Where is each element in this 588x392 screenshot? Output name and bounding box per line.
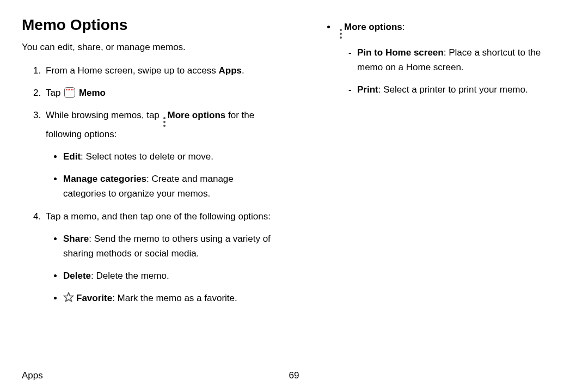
step-1: From a Home screen, swipe up to access A… — [44, 63, 278, 78]
sub-delete-desc: : Delete the memo. — [91, 271, 169, 281]
right-more-post: : — [402, 22, 405, 32]
step-1-pre: From a Home screen, swipe up to access — [46, 65, 218, 76]
step-4-sublist: Share: Send the memo to others using a v… — [46, 231, 278, 308]
right-pin: Pin to Home screen: Place a shortcut to … — [348, 45, 566, 75]
more-options-icon — [340, 29, 342, 39]
svg-marker-0 — [64, 293, 74, 302]
right-more-bold: More options — [344, 22, 402, 32]
step-1-post: . — [242, 65, 244, 76]
step-2-pre: Tap — [46, 88, 63, 98]
footer-page-number: 69 — [289, 370, 299, 381]
right-print-bold: Print — [357, 84, 378, 95]
sub-share-bold: Share — [63, 234, 89, 244]
right-print: Print: Select a printer to print your me… — [348, 82, 566, 97]
memo-icon — [64, 87, 75, 98]
step-3-sublist: Edit: Select notes to delete or move. Ma… — [46, 149, 278, 201]
step-3-bold: More options — [168, 110, 226, 120]
star-icon — [63, 292, 74, 307]
sub-favorite-desc: : Mark the memo as a favorite. — [112, 293, 237, 303]
sub-share: Share: Send the memo to others using a v… — [63, 231, 278, 261]
right-list: More options: Pin to Home screen: Place … — [310, 20, 566, 97]
right-print-desc: : Select a printer to print your memo. — [378, 84, 528, 95]
step-2: Tap Memo — [44, 85, 278, 100]
sub-edit: Edit: Select notes to delete or move. — [63, 149, 278, 164]
step-1-bold: Apps — [218, 65, 242, 76]
footer-section: Apps — [22, 370, 43, 381]
sub-favorite-bold: Favorite — [76, 293, 112, 303]
sub-edit-desc: : Select notes to delete or move. — [81, 151, 213, 162]
more-options-icon — [163, 117, 166, 127]
sub-favorite: Favorite: Mark the memo as a favorite. — [63, 291, 278, 307]
sub-delete: Delete: Delete the memo. — [63, 268, 278, 283]
step-3: While browsing memos, tap More options f… — [44, 108, 278, 201]
right-pin-bold: Pin to Home screen — [357, 47, 444, 58]
page-title: Memo Options — [22, 16, 278, 34]
sub-manage-bold: Manage categories — [63, 174, 146, 184]
steps-list: From a Home screen, swipe up to access A… — [22, 63, 278, 308]
sub-share-desc: : Send the memo to others using a variet… — [63, 234, 271, 259]
right-more-options: More options: Pin to Home screen: Place … — [336, 20, 566, 97]
right-dash-list: Pin to Home screen: Place a shortcut to … — [339, 45, 566, 97]
step-4-text: Tap a memo, and then tap one of the foll… — [46, 211, 271, 222]
sub-edit-bold: Edit — [63, 151, 81, 162]
sub-delete-bold: Delete — [63, 271, 91, 281]
sub-manage: Manage categories: Create and manage cat… — [63, 171, 278, 201]
step-4: Tap a memo, and then tap one of the foll… — [44, 209, 278, 308]
step-2-bold: Memo — [79, 88, 106, 98]
page-footer: Apps 69 — [22, 370, 566, 381]
intro-text: You can edit, share, or manage memos. — [22, 40, 278, 54]
step-3-pre: While browsing memos, tap — [46, 110, 162, 120]
